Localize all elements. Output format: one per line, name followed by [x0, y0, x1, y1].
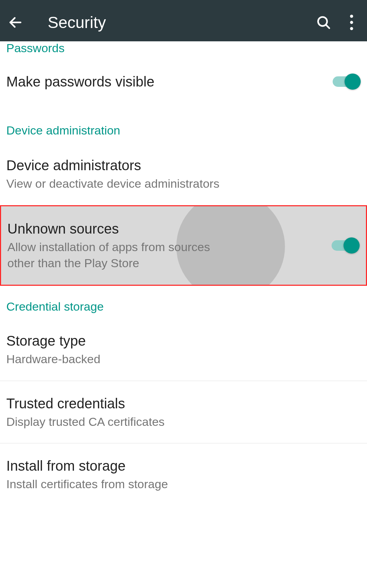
- row-subtitle: Allow installation of apps from sources …: [7, 239, 221, 271]
- row-title: Storage type: [6, 332, 361, 350]
- settings-list: Passwords Make passwords visible Device …: [0, 41, 367, 496]
- row-subtitle: Hardware-backed: [6, 351, 361, 367]
- row-text: Install from storage Install certificate…: [6, 457, 361, 492]
- highlighted-row-unknown-sources: Unknown sources Allow installation of ap…: [0, 205, 367, 286]
- row-text: Make passwords visible: [6, 72, 324, 91]
- row-title: Install from storage: [6, 457, 361, 475]
- search-button[interactable]: [315, 14, 332, 31]
- row-subtitle: Install certificates from storage: [6, 476, 361, 492]
- row-text: Trusted credentials Display trusted CA c…: [6, 394, 361, 430]
- row-install-from-storage[interactable]: Install from storage Install certificate…: [0, 443, 367, 496]
- section-header-device-admin: Device administration: [0, 111, 367, 144]
- toggle-thumb: [345, 74, 361, 90]
- row-make-passwords-visible[interactable]: Make passwords visible: [0, 61, 367, 111]
- row-unknown-sources[interactable]: Unknown sources Allow installation of ap…: [1, 206, 366, 285]
- row-device-administrators[interactable]: Device administrators View or deactivate…: [0, 144, 367, 205]
- row-title: Device administrators: [6, 156, 361, 174]
- overflow-menu-button[interactable]: [343, 14, 360, 31]
- back-button[interactable]: [7, 14, 24, 31]
- row-title: Make passwords visible: [6, 72, 324, 91]
- row-trusted-credentials[interactable]: Trusted credentials Display trusted CA c…: [0, 381, 367, 444]
- toggle-unknown-sources[interactable]: [330, 237, 360, 254]
- row-storage-type[interactable]: Storage type Hardware-backed: [0, 320, 367, 381]
- svg-point-4: [350, 21, 353, 24]
- row-title: Trusted credentials: [6, 394, 361, 413]
- row-text: Storage type Hardware-backed: [6, 332, 361, 367]
- row-text: Unknown sources Allow installation of ap…: [7, 220, 323, 271]
- toggle-make-passwords-visible[interactable]: [331, 74, 361, 90]
- search-icon: [316, 15, 331, 30]
- svg-point-3: [350, 15, 353, 18]
- app-toolbar: Security: [0, 0, 367, 45]
- section-header-credential-storage: Credential storage: [0, 286, 367, 320]
- svg-point-5: [350, 27, 353, 30]
- page-title: Security: [48, 13, 304, 32]
- arrow-back-icon: [8, 15, 23, 30]
- row-subtitle: Display trusted CA certificates: [6, 414, 361, 430]
- row-text: Device administrators View or deactivate…: [6, 156, 361, 192]
- toggle-thumb: [344, 237, 360, 254]
- row-title: Unknown sources: [7, 220, 323, 238]
- more-vert-icon: [350, 15, 353, 30]
- row-subtitle: View or deactivate device administrators: [6, 176, 361, 192]
- svg-line-2: [326, 25, 329, 28]
- section-header-passwords: Passwords: [0, 41, 367, 61]
